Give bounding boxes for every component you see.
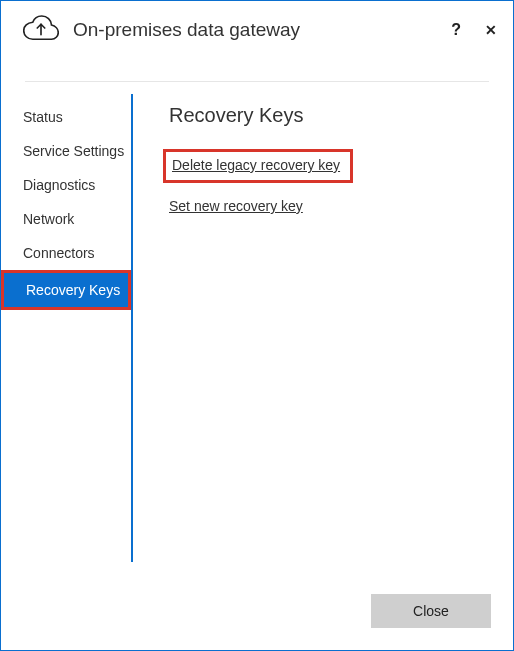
gateway-window: On-premises data gateway ? ✕ Status Serv… [0,0,514,651]
body: Status Service Settings Diagnostics Netw… [1,82,513,562]
set-new-recovery-key-link[interactable]: Set new recovery key [169,198,303,214]
cloud-upload-icon [23,13,59,47]
sidebar-item-network[interactable]: Network [1,202,131,236]
app-title: On-premises data gateway [73,19,300,41]
close-icon[interactable]: ✕ [483,22,499,38]
sidebar-item-status[interactable]: Status [1,100,131,134]
help-icon[interactable]: ? [451,21,461,39]
content-pane: Recovery Keys Delete legacy recovery key… [133,94,513,562]
sidebar-item-connectors[interactable]: Connectors [1,236,131,270]
titlebar: On-premises data gateway ? ✕ [1,1,513,53]
sidebar-item-service-settings[interactable]: Service Settings [1,134,131,168]
close-button[interactable]: Close [371,594,491,628]
sidebar-item-diagnostics[interactable]: Diagnostics [1,168,131,202]
delete-legacy-recovery-key-link[interactable]: Delete legacy recovery key [172,157,340,173]
sidebar-item-recovery-keys[interactable]: Recovery Keys [1,270,131,310]
sidebar: Status Service Settings Diagnostics Netw… [1,94,133,562]
footer: Close [371,594,491,628]
set-new-link-wrap: Set new recovery key [169,197,489,215]
delete-link-highlight: Delete legacy recovery key [163,149,353,183]
page-heading: Recovery Keys [169,104,489,127]
